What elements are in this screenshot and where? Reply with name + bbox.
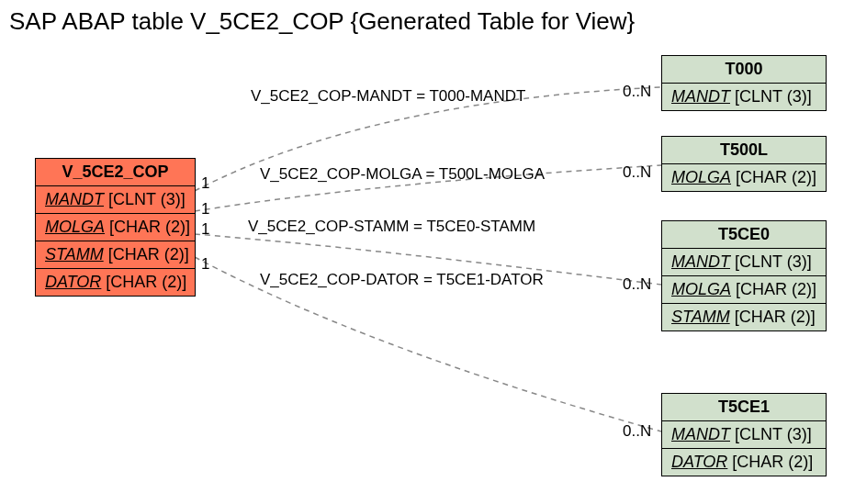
entity-t5ce0-name: T5CE0 [662,221,826,249]
entity-t000-name: T000 [662,56,826,84]
cardinality-left-0: 1 [201,174,209,193]
entity-source-field: MANDT [CLNT (3)] [36,186,195,214]
diagram-title: SAP ABAP table V_5CE2_COP {Generated Tab… [9,7,635,36]
cardinality-left-1: 1 [201,200,209,218]
entity-t5ce0-field: MANDT [CLNT (3)] [662,249,826,276]
cardinality-left-2: 1 [201,220,209,239]
entity-t500l: T500L MOLGA [CHAR (2)] [661,136,827,192]
entity-t5ce0-field: STAMM [CHAR (2)] [662,304,826,330]
entity-t5ce0: T5CE0 MANDT [CLNT (3)] MOLGA [CHAR (2)] … [661,220,827,331]
relation-label-0: V_5CE2_COP-MANDT = T000-MANDT [251,87,525,106]
cardinality-right-3: 0..N [623,422,651,441]
entity-t5ce1: T5CE1 MANDT [CLNT (3)] DATOR [CHAR (2)] [661,393,827,476]
cardinality-right-2: 0..N [623,275,651,294]
entity-t500l-name: T500L [662,137,826,164]
cardinality-right-1: 0..N [623,163,651,182]
relation-label-1: V_5CE2_COP-MOLGA = T500L-MOLGA [260,165,545,184]
entity-source-name: V_5CE2_COP [36,159,195,186]
cardinality-right-0: 0..N [623,83,651,101]
entity-source-field: STAMM [CHAR (2)] [36,241,195,269]
entity-t5ce0-field: MOLGA [CHAR (2)] [662,276,826,304]
entity-t5ce1-field: DATOR [CHAR (2)] [662,449,826,476]
entity-source-field: MOLGA [CHAR (2)] [36,214,195,241]
relation-label-2: V_5CE2_COP-STAMM = T5CE0-STAMM [248,218,535,236]
entity-t000-field: MANDT [CLNT (3)] [662,84,826,110]
entity-t000: T000 MANDT [CLNT (3)] [661,55,827,111]
entity-source: V_5CE2_COP MANDT [CLNT (3)] MOLGA [CHAR … [35,158,196,297]
entity-source-field: DATOR [CHAR (2)] [36,269,195,296]
entity-t500l-field: MOLGA [CHAR (2)] [662,164,826,191]
relation-label-3: V_5CE2_COP-DATOR = T5CE1-DATOR [260,271,544,289]
cardinality-left-3: 1 [201,255,209,274]
entity-t5ce1-field: MANDT [CLNT (3)] [662,421,826,449]
entity-t5ce1-name: T5CE1 [662,394,826,421]
